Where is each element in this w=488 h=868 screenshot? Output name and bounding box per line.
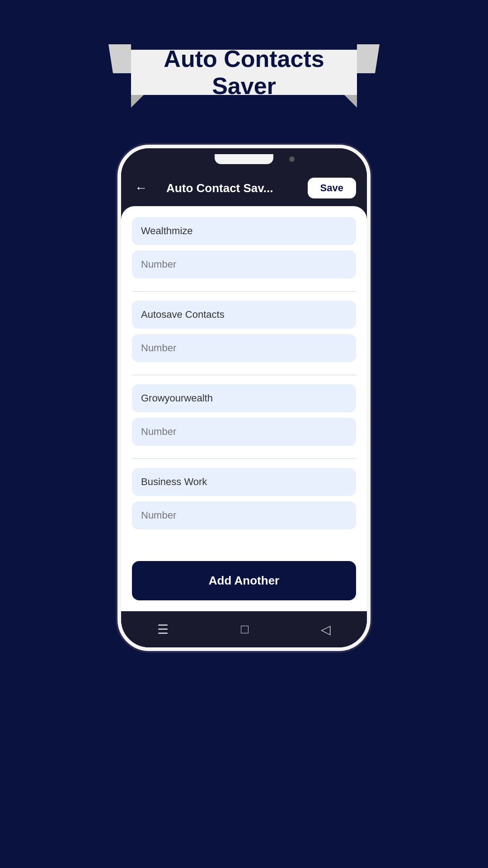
app-content: Add Another	[121, 206, 367, 611]
contact-number-3[interactable]	[132, 418, 356, 446]
ribbon-left	[108, 44, 131, 73]
phone-camera	[289, 156, 295, 162]
divider-1	[132, 291, 356, 292]
app-header: ← Auto Contact Sav... Save	[121, 170, 367, 206]
nav-home-icon[interactable]: □	[241, 622, 249, 637]
banner-ribbon: Auto Contacts Saver	[131, 50, 357, 95]
phone-bottom-nav: ☰ □ ◁	[121, 611, 367, 647]
contact-number-4[interactable]	[132, 501, 356, 529]
side-btn-left	[117, 239, 118, 275]
nav-back-icon[interactable]: ◁	[321, 622, 331, 637]
side-btn-right	[370, 239, 371, 293]
contact-name-3[interactable]	[132, 384, 356, 412]
phone-top-bar	[121, 148, 367, 170]
contact-group-2	[132, 301, 356, 368]
contact-name-2[interactable]	[132, 301, 356, 329]
contact-group-1	[132, 217, 356, 284]
add-another-button[interactable]: Add Another	[132, 561, 356, 600]
contact-name-4[interactable]	[132, 468, 356, 496]
phone-mockup: ← Auto Contact Sav... Save Add A	[117, 145, 371, 651]
phone-notch	[215, 154, 273, 164]
contact-number-2[interactable]	[132, 334, 356, 362]
ribbon-right	[357, 44, 380, 73]
app-title: Auto Contacts Saver	[131, 45, 357, 99]
contact-group-4	[132, 468, 356, 535]
save-button[interactable]: Save	[308, 178, 356, 198]
divider-2	[132, 375, 356, 375]
contact-group-3	[132, 384, 356, 451]
nav-menu-icon[interactable]: ☰	[157, 622, 169, 637]
contact-name-1[interactable]	[132, 217, 356, 245]
divider-3	[132, 458, 356, 459]
header-title: Auto Contact Sav...	[132, 181, 308, 195]
contact-number-1[interactable]	[132, 250, 356, 278]
banner-container: Auto Contacts Saver	[117, 36, 371, 108]
